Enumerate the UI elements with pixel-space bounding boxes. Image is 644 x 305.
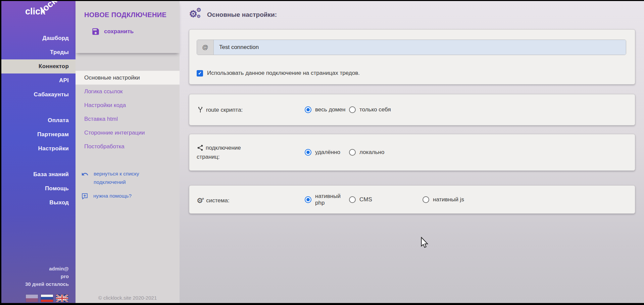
option-label: удалённо <box>315 149 340 156</box>
radio-button[interactable] <box>349 196 356 203</box>
use-on-threads-row: ✓ Использовать данное подключение на стр… <box>197 70 628 77</box>
radio-button[interactable] <box>305 196 311 203</box>
panel-item-integrations[interactable]: Сторонние интеграции <box>76 126 180 140</box>
system-options: нативный php CMS нативный js <box>305 193 464 206</box>
row-label-text: система: <box>206 197 229 204</box>
system-label: ⚙+система: <box>197 194 247 205</box>
section-heading-label: Основные настройки: <box>207 11 277 18</box>
option-label: только себя <box>359 106 391 113</box>
option-only-self[interactable]: только себя <box>349 106 391 113</box>
language-switcher <box>1 295 76 302</box>
account-info: admin@ pro 30 дней осталось <box>1 265 76 288</box>
gear-plus-icon: ⚙+ <box>197 197 204 204</box>
option-remote[interactable]: удалённо <box>305 149 349 156</box>
sidebar-nav: Дашборд Треды Коннектор API Сабакаунты О… <box>1 31 76 210</box>
connection-panel: НОВОЕ ПОДКЛЮЧЕНИЕ сохранить Основные нас… <box>76 1 180 303</box>
radio-button[interactable] <box>423 196 429 203</box>
need-help-link[interactable]: нужна помощь? <box>81 192 158 200</box>
at-sign-addon: @ <box>197 40 214 55</box>
nav-label: Партнерам <box>37 131 69 138</box>
sidebar-item-logout[interactable]: Выход <box>1 196 76 210</box>
sidebar-item-partners[interactable]: Партнерам <box>1 128 76 142</box>
sidebar-item-payment[interactable]: Оплата <box>1 113 76 128</box>
nav-label: Помощь <box>45 185 69 192</box>
panel-links: вернуться к списку подключений нужна пом… <box>81 169 180 205</box>
undo-icon <box>81 170 89 178</box>
nav-label: Выход <box>49 199 69 206</box>
radio-button[interactable] <box>305 149 311 156</box>
checkbox-label: Использовать данное подключение на стран… <box>207 70 360 77</box>
nav-group-divider <box>1 102 76 113</box>
option-whole-domain[interactable]: весь домен <box>305 106 349 113</box>
nav-label: База знаний <box>33 171 69 178</box>
account-plan: pro <box>1 272 69 280</box>
use-on-threads-checkbox[interactable]: ✓ <box>197 70 203 77</box>
back-to-connections-link[interactable]: вернуться к списку подключений <box>81 169 158 186</box>
panel-item-code-settings[interactable]: Настройки кода <box>76 98 180 112</box>
nav-label: Сабакаунты <box>34 91 69 98</box>
share-icon <box>197 144 204 151</box>
option-native-js[interactable]: нативный js <box>423 196 464 203</box>
radio-button[interactable] <box>349 106 356 113</box>
sidebar-item-threads[interactable]: Треды <box>1 45 76 59</box>
page-connection-options: удалённо локально <box>305 149 384 156</box>
sidebar-item-help[interactable]: Помощь <box>1 182 76 196</box>
nav-label: Настройки <box>38 145 69 152</box>
main-content: ⚙⚙⚙ Основные настройки: @ ✓ Использовать… <box>180 1 644 303</box>
route-script-label: route скрипта: <box>197 105 247 114</box>
panel-item-postprocessing[interactable]: Постобработка <box>76 140 180 153</box>
gears-icon: ⚙⚙⚙ <box>189 9 202 20</box>
menu-label: Основные настройки <box>84 74 140 81</box>
clicklock-logo[interactable]: clicklock <box>1 1 76 25</box>
menu-label: Постобработка <box>84 143 125 150</box>
sidebar-item-settings[interactable]: Настройки <box>1 142 76 156</box>
account-email: admin@ <box>1 265 69 272</box>
page-connection-label: подключение страниц: <box>197 143 247 161</box>
radio-button[interactable] <box>349 149 356 156</box>
option-label: CMS <box>359 196 372 203</box>
link-label: вернуться к списку подключений <box>94 169 152 186</box>
radio-button[interactable] <box>305 106 311 113</box>
menu-label: Логика ссылок <box>84 88 123 95</box>
nav-label: Треды <box>50 49 69 56</box>
app-window: clicklock Дашборд Треды Коннектор API Са… <box>1 1 644 303</box>
sidebar-item-api[interactable]: API <box>1 73 76 88</box>
section-heading: ⚙⚙⚙ Основные настройки: <box>189 9 644 20</box>
connection-name-input[interactable] <box>214 40 626 55</box>
panel-header: НОВОЕ ПОДКЛЮЧЕНИЕ сохранить <box>76 1 180 53</box>
copyright: © clicklock.site 2020-2021 <box>76 295 180 301</box>
connection-name-card: @ ✓ Использовать данное подключение на с… <box>189 29 635 85</box>
russia-flag[interactable] <box>41 295 53 302</box>
account-days-left: 30 дней осталось <box>1 280 69 288</box>
option-local[interactable]: локально <box>349 149 384 156</box>
sidebar-item-dashboard[interactable]: Дашборд <box>1 31 76 45</box>
option-label: нативный php <box>315 193 349 206</box>
save-icon <box>91 27 100 36</box>
poland-flag[interactable] <box>26 295 38 302</box>
panel-item-basic-settings[interactable]: Основные настройки <box>76 71 180 85</box>
uk-flag[interactable] <box>56 295 68 302</box>
panel-item-html-insert[interactable]: Вставка html <box>76 112 180 126</box>
panel-item-link-logic[interactable]: Логика ссылок <box>76 85 180 98</box>
option-label: нативный js <box>433 196 464 203</box>
option-cms[interactable]: CMS <box>349 196 423 203</box>
nav-label: Дашборд <box>42 35 69 42</box>
connection-name-input-group: @ <box>197 40 626 55</box>
route-script-options: весь домен только себя <box>305 106 391 113</box>
page-connection-card: подключение страниц: удалённо локально <box>189 134 635 171</box>
sidebar-item-knowledge-base[interactable]: База знаний <box>1 167 76 182</box>
panel-title: НОВОЕ ПОДКЛЮЧЕНИЕ <box>84 11 180 19</box>
option-label: весь домен <box>315 106 345 113</box>
option-native-php[interactable]: нативный php <box>305 193 349 206</box>
save-button[interactable]: сохранить <box>91 27 180 36</box>
nav-group-divider <box>1 156 76 167</box>
save-label: сохранить <box>104 28 134 35</box>
sidebar-item-subaccounts[interactable]: Сабакаунты <box>1 88 76 102</box>
option-label: локально <box>359 149 384 156</box>
sidebar-item-connector[interactable]: Коннектор <box>1 59 76 73</box>
sidebar-footer: admin@ pro 30 дней осталось <box>1 265 76 302</box>
add-comment-icon <box>81 193 88 200</box>
route-script-card: route скрипта: весь домен только себя <box>189 94 635 125</box>
days-count: 30 <box>25 281 31 287</box>
menu-label: Вставка html <box>84 116 118 122</box>
